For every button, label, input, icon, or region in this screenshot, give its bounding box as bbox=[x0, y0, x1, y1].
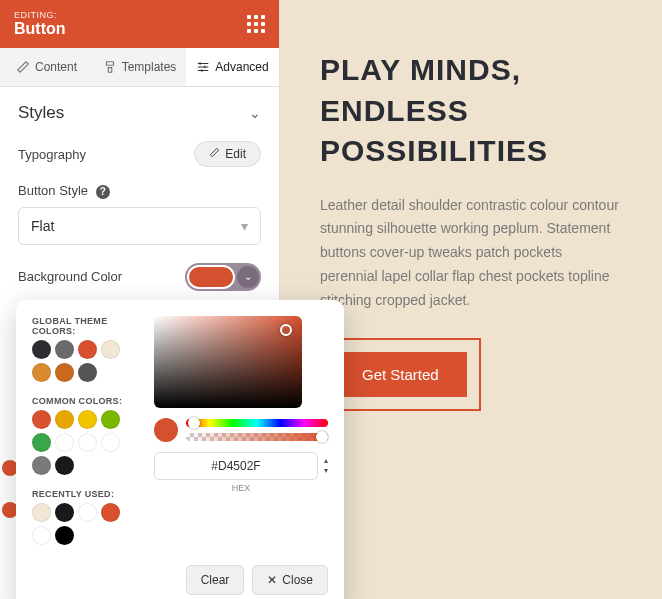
template-icon bbox=[103, 60, 117, 74]
body-paragraph: Leather detail shoulder contrastic colou… bbox=[320, 194, 622, 313]
recent-swatch[interactable] bbox=[55, 526, 74, 545]
close-button[interactable]: ✕ Close bbox=[252, 565, 328, 595]
common-swatch[interactable] bbox=[78, 433, 97, 452]
pencil-icon bbox=[209, 147, 220, 161]
common-swatch[interactable] bbox=[101, 410, 120, 429]
button-style-select[interactable]: Flat ▾ bbox=[18, 207, 261, 245]
background-color-label: Background Color bbox=[18, 269, 122, 284]
help-icon[interactable]: ? bbox=[96, 185, 110, 199]
common-swatch[interactable] bbox=[32, 456, 51, 475]
global-swatch[interactable] bbox=[78, 363, 97, 382]
alpha-slider[interactable] bbox=[186, 433, 328, 441]
sliders-icon bbox=[196, 60, 210, 74]
close-icon: ✕ bbox=[267, 573, 277, 587]
editing-label: EDITING: bbox=[14, 10, 66, 20]
recent-swatch[interactable] bbox=[101, 503, 120, 522]
common-swatch[interactable] bbox=[78, 410, 97, 429]
tab-content[interactable]: Content bbox=[0, 48, 93, 86]
editor-header: EDITING: Button bbox=[0, 0, 279, 48]
caret-down-icon: ▾ bbox=[241, 218, 248, 234]
saturation-value-picker[interactable] bbox=[154, 316, 302, 408]
background-color-control[interactable]: ⌄ bbox=[185, 263, 261, 291]
tab-advanced[interactable]: Advanced bbox=[186, 48, 279, 86]
styles-section-toggle[interactable]: Styles ⌄ bbox=[18, 103, 261, 123]
chevron-down-icon: ⌄ bbox=[249, 105, 261, 121]
hex-format-label: HEX bbox=[154, 483, 328, 493]
format-stepper[interactable]: ▴▾ bbox=[324, 457, 328, 475]
hue-slider[interactable] bbox=[186, 419, 328, 427]
drag-handle-icon[interactable] bbox=[247, 15, 265, 33]
section-title: Styles bbox=[18, 103, 64, 123]
cta-button[interactable]: Get Started bbox=[334, 352, 467, 397]
cta-selection-outline: Get Started bbox=[320, 338, 481, 411]
color-picker-popover: GLOBAL THEME COLORS: COMMON COLORS: RECE… bbox=[16, 300, 344, 599]
recent-swatch[interactable] bbox=[32, 526, 51, 545]
global-swatch[interactable] bbox=[55, 363, 74, 382]
common-swatch[interactable] bbox=[32, 410, 51, 429]
common-swatch[interactable] bbox=[55, 433, 74, 452]
common-swatch[interactable] bbox=[55, 410, 74, 429]
tabs-bar: Content Templates Advanced bbox=[0, 48, 279, 87]
global-swatch[interactable] bbox=[78, 340, 97, 359]
recent-swatch[interactable] bbox=[78, 503, 97, 522]
recent-swatch[interactable] bbox=[55, 503, 74, 522]
global-swatch[interactable] bbox=[32, 363, 51, 382]
global-colors-label: GLOBAL THEME COLORS: bbox=[32, 316, 142, 336]
global-swatch[interactable] bbox=[101, 340, 120, 359]
typography-label: Typography bbox=[18, 147, 86, 162]
pencil-icon bbox=[16, 60, 30, 74]
global-swatch[interactable] bbox=[55, 340, 74, 359]
typography-edit-button[interactable]: Edit bbox=[194, 141, 261, 167]
sv-handle[interactable] bbox=[280, 324, 292, 336]
hex-input[interactable] bbox=[154, 452, 318, 480]
button-style-label: Button Style ? bbox=[18, 183, 110, 199]
page-heading: PLAY MINDS, ENDLESS POSSIBILITIES bbox=[320, 50, 622, 172]
element-name: Button bbox=[14, 20, 66, 38]
recent-colors-label: RECENTLY USED: bbox=[32, 489, 142, 499]
global-swatch[interactable] bbox=[32, 340, 51, 359]
current-color-swatch bbox=[154, 418, 178, 442]
clear-button[interactable]: Clear bbox=[186, 565, 245, 595]
chevron-down-icon[interactable]: ⌄ bbox=[237, 266, 259, 288]
tab-templates[interactable]: Templates bbox=[93, 48, 186, 86]
common-swatch[interactable] bbox=[55, 456, 74, 475]
common-swatch[interactable] bbox=[101, 433, 120, 452]
recent-swatch[interactable] bbox=[32, 503, 51, 522]
common-colors-label: COMMON COLORS: bbox=[32, 396, 142, 406]
color-swatch bbox=[187, 265, 235, 289]
common-swatch[interactable] bbox=[32, 433, 51, 452]
